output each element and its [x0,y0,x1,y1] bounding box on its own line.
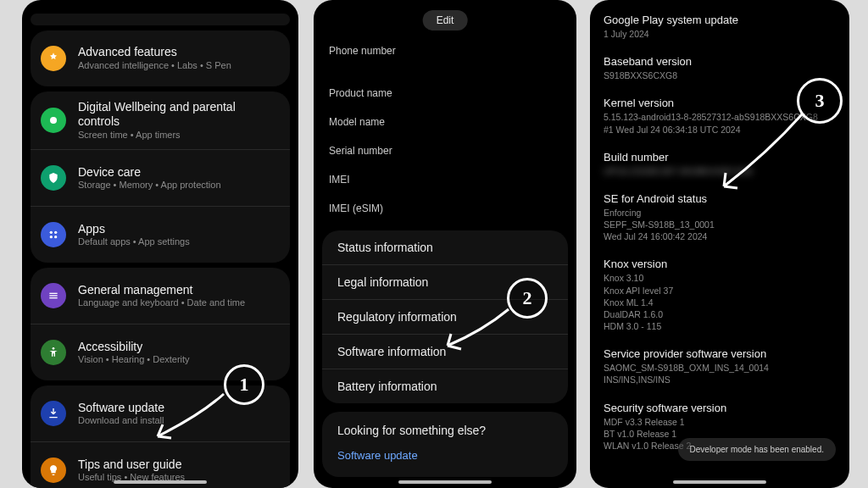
svg-rect-7 [49,297,57,298]
item-subtitle: Advanced intelligence • Labs • S Pen [78,60,231,72]
device-care-icon [41,165,66,191]
item-subtitle: Download and install [78,415,164,427]
item-knox-version[interactable]: Knox versionKnox 3.10 Knox API level 37 … [604,251,836,341]
item-title: Advanced features [78,45,231,59]
settings-screen: Advanced featuresAdvanced intelligence •… [22,0,298,488]
field-serial-number[interactable]: Serial number [314,136,576,164]
settings-item-device-care[interactable]: Device careStorage • Memory • App protec… [31,150,290,207]
settings-group-1: Advanced featuresAdvanced intelligence •… [31,30,290,86]
svg-rect-6 [49,296,57,297]
home-indicator[interactable] [673,480,766,484]
looking-link-software-update[interactable]: Software update [322,439,568,472]
field-product-name[interactable]: Product name [314,78,576,107]
settings-item-advanced-features[interactable]: Advanced featuresAdvanced intelligence •… [31,30,290,86]
item-title: Digital Wellbeing and parental controls [78,100,278,129]
looking-section: Looking for something else? Software upd… [322,412,568,477]
developer-mode-toast: Developer mode has been enabled. [678,438,836,461]
partial-group [31,14,290,25]
svg-point-4 [54,236,57,238]
item-title: General management [78,283,245,297]
settings-item-apps[interactable]: AppsDefault apps • App settings [31,207,290,263]
wellbeing-icon [41,108,66,133]
item-service-provider-sw[interactable]: Service provider software versionSAOMC_S… [604,341,836,394]
field-imei[interactable]: IMEI [314,164,576,193]
row-regulatory-information[interactable]: Regulatory information [322,300,568,335]
field-imei-esim[interactable]: IMEI (eSIM) [314,193,576,222]
svg-point-8 [53,347,55,350]
item-build-number[interactable]: Build numberUP1A.231005.007.S918BXXS6CXG… [604,144,836,186]
apps-icon [41,222,66,247]
item-baseband-version[interactable]: Baseband versionS918BXXS6CXG8 [604,48,836,90]
settings-group-4: Software updateDownload and install Tips… [31,385,290,488]
advanced-features-icon [41,46,66,71]
field-model-name[interactable]: Model name [314,107,576,136]
settings-group-3: General managementLanguage and keyboard … [31,268,290,380]
tips-icon [41,458,66,483]
about-phone-screen: Edit Phone number Product name Model nam… [314,0,576,488]
settings-item-general-management[interactable]: General managementLanguage and keyboard … [31,268,290,324]
item-google-play-update[interactable]: Google Play system update1 July 2024 [604,7,836,48]
svg-point-1 [50,231,53,234]
home-indicator[interactable] [398,480,492,484]
home-indicator[interactable] [114,480,207,484]
svg-point-2 [54,231,57,234]
settings-group-2: Digital Wellbeing and parental controlsS… [31,92,290,263]
item-title: Device care [78,165,221,180]
item-subtitle: Vision • Hearing • Dexterity [78,354,190,366]
svg-point-3 [50,236,53,238]
row-status-information[interactable]: Status information [322,230,568,265]
item-subtitle: Language and keyboard • Date and time [78,297,245,309]
accessibility-icon [41,340,66,365]
settings-item-software-update[interactable]: Software updateDownload and install [31,385,290,442]
software-info-screen: Google Play system update1 July 2024 Bas… [590,0,849,488]
software-update-icon [41,401,66,426]
looking-title: Looking for something else? [322,412,568,439]
row-software-information[interactable]: Software information [322,335,568,369]
edit-button[interactable]: Edit [423,10,468,30]
item-title: Software update [78,401,164,415]
row-legal-information[interactable]: Legal information [322,265,568,300]
item-title: Apps [78,222,190,236]
info-section: Status information Legal information Reg… [322,230,568,403]
svg-rect-5 [49,293,57,294]
item-subtitle: Default apps • App settings [78,236,190,248]
item-kernel-version[interactable]: Kernel version5.15.123-android13-8-28527… [604,90,836,143]
svg-point-0 [50,117,57,124]
field-phone-number[interactable]: Phone number [314,36,576,64]
item-title: Tips and user guide [78,458,185,472]
row-battery-information[interactable]: Battery information [322,369,568,403]
item-se-android-status[interactable]: SE for Android statusEnforcing SEPF_SM-S… [604,186,836,252]
item-title: Accessibility [78,340,190,354]
item-subtitle: Storage • Memory • App protection [78,180,221,191]
software-info-list: Google Play system update1 July 2024 Bas… [590,0,849,467]
settings-item-wellbeing[interactable]: Digital Wellbeing and parental controlsS… [31,92,290,150]
item-subtitle: Screen time • App timers [78,130,278,141]
settings-item-accessibility[interactable]: AccessibilityVision • Hearing • Dexterit… [31,324,290,380]
general-mgmt-icon [41,283,66,308]
